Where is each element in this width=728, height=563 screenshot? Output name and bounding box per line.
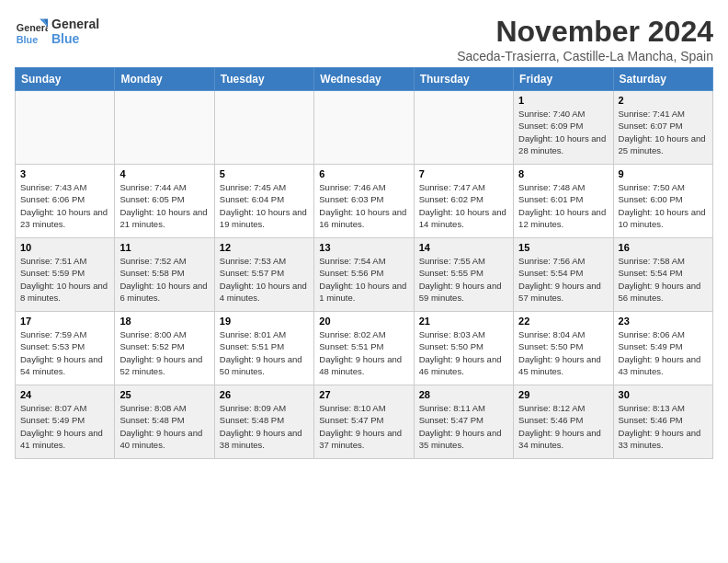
day-cell: 28Sunrise: 8:11 AM Sunset: 5:47 PM Dayli… bbox=[414, 385, 513, 459]
header-row: Sunday Monday Tuesday Wednesday Thursday… bbox=[16, 68, 713, 91]
day-info: Sunrise: 8:12 AM Sunset: 5:46 PM Dayligh… bbox=[518, 402, 608, 451]
day-info: Sunrise: 7:55 AM Sunset: 5:55 PM Dayligh… bbox=[419, 255, 508, 304]
calendar-header: Sunday Monday Tuesday Wednesday Thursday… bbox=[16, 68, 713, 91]
day-info: Sunrise: 7:43 AM Sunset: 6:06 PM Dayligh… bbox=[20, 181, 109, 230]
day-cell: 23Sunrise: 8:06 AM Sunset: 5:49 PM Dayli… bbox=[613, 312, 712, 385]
week-row-1: 3Sunrise: 7:43 AM Sunset: 6:06 PM Daylig… bbox=[16, 165, 713, 238]
day-info: Sunrise: 8:03 AM Sunset: 5:50 PM Dayligh… bbox=[419, 328, 508, 377]
day-number: 26 bbox=[220, 389, 309, 400]
day-cell: 1Sunrise: 7:40 AM Sunset: 6:09 PM Daylig… bbox=[514, 91, 613, 165]
day-cell: 21Sunrise: 8:03 AM Sunset: 5:50 PM Dayli… bbox=[414, 312, 513, 385]
header-sunday: Sunday bbox=[16, 68, 115, 91]
day-number: 7 bbox=[419, 168, 508, 179]
day-cell: 4Sunrise: 7:44 AM Sunset: 6:05 PM Daylig… bbox=[115, 165, 214, 238]
day-info: Sunrise: 8:06 AM Sunset: 5:49 PM Dayligh… bbox=[619, 328, 708, 377]
day-number: 23 bbox=[619, 316, 708, 327]
day-info: Sunrise: 7:45 AM Sunset: 6:04 PM Dayligh… bbox=[220, 181, 309, 230]
day-number: 20 bbox=[319, 316, 408, 327]
day-cell: 11Sunrise: 7:52 AM Sunset: 5:58 PM Dayli… bbox=[115, 238, 214, 312]
day-cell: 27Sunrise: 8:10 AM Sunset: 5:47 PM Dayli… bbox=[314, 385, 414, 459]
day-number: 21 bbox=[419, 316, 508, 327]
day-info: Sunrise: 8:10 AM Sunset: 5:47 PM Dayligh… bbox=[319, 402, 408, 451]
day-cell bbox=[314, 91, 414, 165]
header-tuesday: Tuesday bbox=[214, 68, 313, 91]
day-number: 10 bbox=[20, 242, 109, 253]
day-cell: 2Sunrise: 7:41 AM Sunset: 6:07 PM Daylig… bbox=[613, 91, 712, 165]
day-info: Sunrise: 8:11 AM Sunset: 5:47 PM Dayligh… bbox=[419, 402, 508, 451]
day-number: 25 bbox=[119, 389, 209, 400]
day-info: Sunrise: 7:46 AM Sunset: 6:03 PM Dayligh… bbox=[319, 181, 408, 230]
day-info: Sunrise: 7:51 AM Sunset: 5:59 PM Dayligh… bbox=[20, 255, 109, 304]
day-number: 27 bbox=[319, 389, 408, 400]
day-info: Sunrise: 7:44 AM Sunset: 6:05 PM Dayligh… bbox=[119, 181, 209, 230]
day-number: 1 bbox=[518, 95, 608, 106]
day-info: Sunrise: 7:54 AM Sunset: 5:56 PM Dayligh… bbox=[319, 255, 408, 304]
calendar-table: Sunday Monday Tuesday Wednesday Thursday… bbox=[15, 67, 713, 459]
svg-text:Blue: Blue bbox=[17, 34, 38, 45]
day-number: 12 bbox=[220, 242, 309, 253]
day-cell: 6Sunrise: 7:46 AM Sunset: 6:03 PM Daylig… bbox=[314, 165, 414, 238]
title-block: November 2024 Saceda-Trasierra, Castille… bbox=[457, 15, 713, 63]
day-number: 2 bbox=[619, 95, 708, 106]
header-saturday: Saturday bbox=[613, 68, 712, 91]
day-info: Sunrise: 7:53 AM Sunset: 5:57 PM Dayligh… bbox=[220, 255, 309, 304]
day-info: Sunrise: 7:40 AM Sunset: 6:09 PM Dayligh… bbox=[518, 108, 608, 156]
month-title: November 2024 bbox=[457, 15, 713, 49]
day-info: Sunrise: 8:00 AM Sunset: 5:52 PM Dayligh… bbox=[119, 328, 209, 377]
page-header: General Blue General Blue November 2024 … bbox=[15, 15, 713, 63]
week-row-3: 17Sunrise: 7:59 AM Sunset: 5:53 PM Dayli… bbox=[16, 312, 713, 385]
day-info: Sunrise: 7:58 AM Sunset: 5:54 PM Dayligh… bbox=[619, 255, 708, 304]
day-number: 14 bbox=[419, 242, 508, 253]
day-cell: 5Sunrise: 7:45 AM Sunset: 6:04 PM Daylig… bbox=[214, 165, 313, 238]
calendar-body: 1Sunrise: 7:40 AM Sunset: 6:09 PM Daylig… bbox=[16, 91, 713, 459]
day-info: Sunrise: 7:48 AM Sunset: 6:01 PM Dayligh… bbox=[518, 181, 608, 230]
day-cell: 3Sunrise: 7:43 AM Sunset: 6:06 PM Daylig… bbox=[16, 165, 115, 238]
day-cell: 7Sunrise: 7:47 AM Sunset: 6:02 PM Daylig… bbox=[414, 165, 513, 238]
day-number: 18 bbox=[119, 316, 209, 327]
logo-icon: General Blue bbox=[15, 15, 48, 48]
day-info: Sunrise: 7:41 AM Sunset: 6:07 PM Dayligh… bbox=[619, 108, 708, 156]
day-number: 5 bbox=[220, 168, 309, 179]
day-info: Sunrise: 7:47 AM Sunset: 6:02 PM Dayligh… bbox=[419, 181, 508, 230]
day-cell: 29Sunrise: 8:12 AM Sunset: 5:46 PM Dayli… bbox=[514, 385, 613, 459]
week-row-2: 10Sunrise: 7:51 AM Sunset: 5:59 PM Dayli… bbox=[16, 238, 713, 312]
day-number: 19 bbox=[220, 316, 309, 327]
day-info: Sunrise: 8:07 AM Sunset: 5:49 PM Dayligh… bbox=[20, 402, 109, 451]
header-friday: Friday bbox=[514, 68, 613, 91]
day-cell: 13Sunrise: 7:54 AM Sunset: 5:56 PM Dayli… bbox=[314, 238, 414, 312]
header-monday: Monday bbox=[115, 68, 214, 91]
day-cell: 30Sunrise: 8:13 AM Sunset: 5:46 PM Dayli… bbox=[613, 385, 712, 459]
day-number: 29 bbox=[518, 389, 608, 400]
day-cell: 24Sunrise: 8:07 AM Sunset: 5:49 PM Dayli… bbox=[16, 385, 115, 459]
logo-line2: Blue bbox=[51, 31, 99, 46]
day-cell: 17Sunrise: 7:59 AM Sunset: 5:53 PM Dayli… bbox=[16, 312, 115, 385]
day-cell: 14Sunrise: 7:55 AM Sunset: 5:55 PM Dayli… bbox=[414, 238, 513, 312]
day-info: Sunrise: 8:02 AM Sunset: 5:51 PM Dayligh… bbox=[319, 328, 408, 377]
day-info: Sunrise: 7:52 AM Sunset: 5:58 PM Dayligh… bbox=[119, 255, 209, 304]
day-cell bbox=[16, 91, 115, 165]
day-info: Sunrise: 8:13 AM Sunset: 5:46 PM Dayligh… bbox=[619, 402, 708, 451]
day-number: 6 bbox=[319, 168, 408, 179]
day-cell: 8Sunrise: 7:48 AM Sunset: 6:01 PM Daylig… bbox=[514, 165, 613, 238]
day-cell: 26Sunrise: 8:09 AM Sunset: 5:48 PM Dayli… bbox=[214, 385, 313, 459]
day-cell: 18Sunrise: 8:00 AM Sunset: 5:52 PM Dayli… bbox=[115, 312, 214, 385]
day-number: 11 bbox=[119, 242, 209, 253]
day-number: 24 bbox=[20, 389, 109, 400]
logo-line1: General bbox=[51, 17, 99, 31]
header-wednesday: Wednesday bbox=[314, 68, 414, 91]
week-row-4: 24Sunrise: 8:07 AM Sunset: 5:49 PM Dayli… bbox=[16, 385, 713, 459]
day-info: Sunrise: 7:50 AM Sunset: 6:00 PM Dayligh… bbox=[619, 181, 708, 230]
day-number: 17 bbox=[20, 316, 109, 327]
day-cell: 12Sunrise: 7:53 AM Sunset: 5:57 PM Dayli… bbox=[214, 238, 313, 312]
day-number: 30 bbox=[619, 389, 708, 400]
day-cell: 16Sunrise: 7:58 AM Sunset: 5:54 PM Dayli… bbox=[613, 238, 712, 312]
day-number: 22 bbox=[518, 316, 608, 327]
logo: General Blue General Blue bbox=[15, 15, 99, 48]
day-number: 9 bbox=[619, 168, 708, 179]
svg-text:General: General bbox=[17, 22, 48, 33]
day-number: 8 bbox=[518, 168, 608, 179]
day-info: Sunrise: 8:01 AM Sunset: 5:51 PM Dayligh… bbox=[220, 328, 309, 377]
day-info: Sunrise: 8:08 AM Sunset: 5:48 PM Dayligh… bbox=[119, 402, 209, 451]
day-cell: 20Sunrise: 8:02 AM Sunset: 5:51 PM Dayli… bbox=[314, 312, 414, 385]
day-info: Sunrise: 8:09 AM Sunset: 5:48 PM Dayligh… bbox=[220, 402, 309, 451]
